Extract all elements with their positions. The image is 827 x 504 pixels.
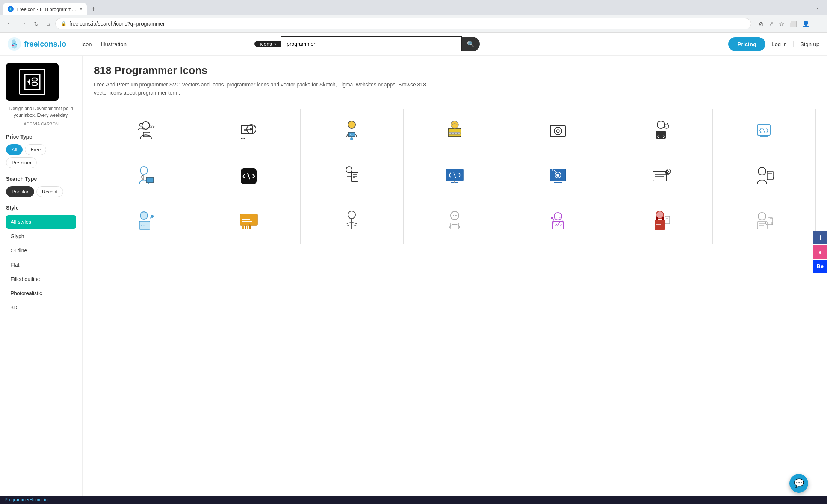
search-input[interactable] <box>281 36 462 51</box>
nav-icon[interactable]: Icon <box>81 41 92 47</box>
icon-cell-16[interactable] <box>197 199 300 244</box>
pill-premium[interactable]: Premium <box>6 157 37 168</box>
icon-cell-4[interactable] <box>404 109 506 154</box>
icon-cell-14[interactable] <box>713 154 816 199</box>
style-item-3d[interactable]: 3D <box>6 301 76 314</box>
bookmark-icon[interactable]: ☆ <box>777 19 786 29</box>
icon-cell-7[interactable] <box>713 109 816 154</box>
tab-favicon <box>8 6 14 12</box>
icon-cell-18[interactable] <box>404 199 506 244</box>
svg-point-80 <box>348 211 355 219</box>
icon-cell-12[interactable] <box>506 154 609 199</box>
forward-button[interactable]: → <box>18 19 29 29</box>
tab-close-button[interactable]: × <box>80 6 82 12</box>
logo-text: freeicons.io <box>24 40 66 48</box>
icon-cell-19[interactable] <box>506 199 609 244</box>
search-type-text: icons <box>260 41 272 47</box>
ad-logo <box>19 69 45 95</box>
facebook-button[interactable]: f <box>813 231 827 244</box>
svg-point-86 <box>453 215 454 216</box>
svg-point-103 <box>758 213 766 220</box>
svg-point-72 <box>140 212 148 219</box>
ad-text: Design and Development tips in your inbo… <box>6 105 76 119</box>
style-item-photorealistic[interactable]: Photorealistic <box>6 287 76 300</box>
behance-button[interactable]: Be <box>813 260 827 273</box>
ad-link[interactable]: ADS VIA CARBON <box>6 122 76 126</box>
style-item-outline[interactable]: Outline <box>6 244 76 257</box>
content-area: 818 Programmer Icons Free And Premium pr… <box>83 56 827 499</box>
icon-cell-9[interactable] <box>197 154 300 199</box>
search-type-dropdown[interactable]: icons ▾ <box>254 41 281 47</box>
svg-rect-48 <box>351 172 358 181</box>
icon-cell-5[interactable] <box>506 109 609 154</box>
svg-rect-3 <box>23 72 42 91</box>
icon-cell-8[interactable] <box>94 154 197 199</box>
svg-point-82 <box>451 211 459 220</box>
style-item-flat[interactable]: Flat <box>6 258 76 272</box>
logo[interactable]: freeicons.io <box>8 37 66 51</box>
icon-cell-2[interactable] <box>197 109 300 154</box>
style-item-filled-outline[interactable]: Filled outline <box>6 272 76 286</box>
icon-cell-10[interactable] <box>301 154 404 199</box>
tab-title: Freelcon - 818 programme... <box>17 6 77 12</box>
icon-cell-11[interactable] <box>404 154 506 199</box>
icon-cell-21[interactable] <box>713 199 816 244</box>
icon-cell-20[interactable] <box>609 199 712 244</box>
profile-icon[interactable]: 👤 <box>801 19 811 29</box>
pill-all[interactable]: All <box>6 144 23 155</box>
nav-illustration[interactable]: Illustration <box>101 41 127 47</box>
chat-button[interactable]: 💬 <box>789 474 808 493</box>
svg-rect-95 <box>656 217 658 220</box>
svg-point-23 <box>451 133 452 134</box>
svg-point-24 <box>454 133 455 134</box>
svg-point-19 <box>350 137 353 140</box>
icon-cell-1[interactable]: </> <box>94 109 197 154</box>
svg-point-41 <box>140 167 148 174</box>
style-item-glyph[interactable]: Glyph <box>6 229 76 243</box>
svg-rect-96 <box>662 217 664 220</box>
url-bar[interactable]: 🔒 freeicons.io/search/icons?q=programmer <box>55 18 751 29</box>
style-item-all-styles[interactable]: All styles <box>6 215 76 229</box>
signup-link[interactable]: Sign up <box>800 41 819 47</box>
price-pills: All Free Premium <box>6 144 76 168</box>
browser-overflow-icon[interactable]: ⋮ <box>811 4 824 12</box>
new-tab-button[interactable]: + <box>88 4 98 15</box>
active-tab[interactable]: Freelcon - 818 programme... × <box>3 3 87 15</box>
home-button[interactable]: ⌂ <box>44 19 52 29</box>
svg-point-16 <box>348 121 355 128</box>
menu-icon[interactable]: ⋮ <box>813 19 822 29</box>
svg-point-2 <box>12 45 14 46</box>
page-description: Free And Premium programmer SVG Vectors … <box>94 80 432 97</box>
tab-bar: Freelcon - 818 programme... × + ⋮ <box>0 0 827 15</box>
pill-recent[interactable]: Recent <box>36 186 63 197</box>
pill-free[interactable]: Free <box>25 144 46 155</box>
svg-point-25 <box>457 133 458 134</box>
site-header: freeicons.io Icon Illustration icons ▾ 🔍… <box>0 33 827 56</box>
pricing-button[interactable]: Pricing <box>728 37 765 51</box>
refresh-button[interactable]: ↻ <box>32 19 41 29</box>
icon-cell-6[interactable] <box>609 109 712 154</box>
svg-text:</>: </> <box>141 224 145 227</box>
svg-text:</>: </> <box>350 133 354 136</box>
footer-text: ProgrammerHumor.io <box>5 497 48 499</box>
search-type-title: Search Type <box>6 176 76 182</box>
icon-cell-17[interactable] <box>301 199 404 244</box>
svg-point-68 <box>758 167 766 175</box>
pill-popular[interactable]: Popular <box>6 186 34 197</box>
browser-actions: ⊘ ↗ ☆ ⬜ 👤 ⋮ <box>757 19 822 29</box>
search-button[interactable]: 🔍 <box>462 37 480 51</box>
back-button[interactable]: ← <box>5 19 15 29</box>
logo-svg <box>8 37 21 51</box>
icon-cell-15[interactable]: </> <box>94 199 197 244</box>
cast-icon[interactable]: ⊘ <box>757 19 765 29</box>
icon-cell-13[interactable] <box>609 154 712 199</box>
extension-icon[interactable]: ⬜ <box>788 19 798 29</box>
svg-point-92 <box>551 217 553 219</box>
svg-point-27 <box>554 127 562 135</box>
dribbble-button[interactable]: ● <box>813 245 827 259</box>
svg-rect-42 <box>146 177 154 183</box>
search-container: icons ▾ 🔍 <box>254 36 480 51</box>
login-link[interactable]: Log in <box>771 41 787 47</box>
icon-cell-3[interactable]: </> <box>301 109 404 154</box>
share-icon[interactable]: ↗ <box>767 19 775 29</box>
